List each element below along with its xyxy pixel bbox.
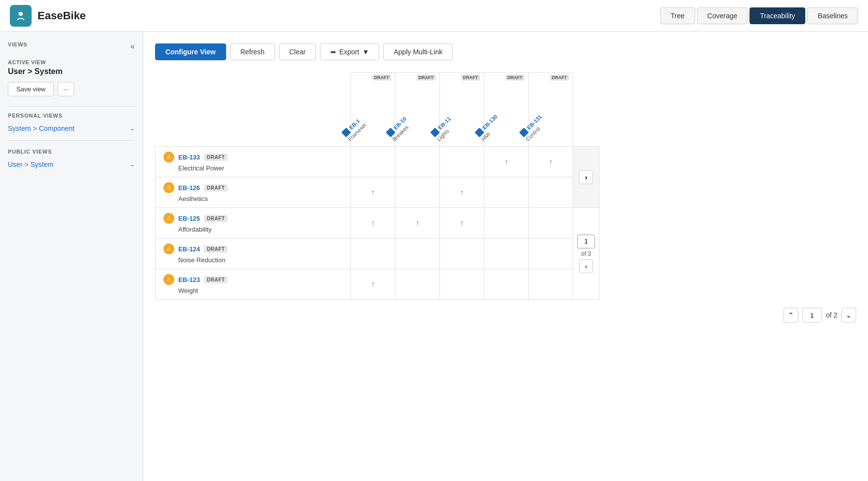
link-arrow-icon[interactable]: ↑	[549, 158, 553, 166]
cell-eb126-eb10	[395, 177, 440, 208]
cell-eb123-eb130	[484, 269, 529, 300]
cell-eb125-eb11[interactable]: ↑	[440, 208, 484, 239]
cell-eb133-eb1	[351, 147, 395, 177]
row-id-eb125[interactable]: EB-125	[178, 215, 200, 222]
save-view-button[interactable]: Save view	[8, 82, 54, 96]
configure-view-button[interactable]: Configure View	[155, 43, 226, 60]
cell-eb125-eb130	[484, 208, 529, 239]
row-id-eb123[interactable]: EB-123	[178, 276, 200, 283]
cell-eb133-eb11	[440, 147, 484, 177]
row-id-eb133[interactable]: EB-133	[178, 154, 200, 161]
cell-eb125-eb10[interactable]: ↑	[395, 208, 440, 239]
main-content: Configure View Refresh Clear ➦ Export ▼ …	[143, 32, 868, 481]
cell-eb125-eb1[interactable]: ↑	[351, 208, 395, 239]
cell-eb123-eb131	[529, 269, 573, 300]
collapse-button[interactable]: «	[130, 42, 135, 51]
nav-traceability[interactable]: Traceability	[750, 7, 805, 24]
svg-point-2	[18, 12, 20, 13]
row-name-eb124: Noise Reduction	[163, 256, 343, 264]
pagination-next-btn[interactable]: ⌄	[841, 308, 856, 322]
row-id-eb124[interactable]: EB-124	[178, 245, 200, 253]
page-indicator-col: of 3 ‹	[573, 208, 599, 300]
row-header-spacer	[156, 73, 351, 147]
refresh-button[interactable]: Refresh	[230, 43, 275, 60]
export-icon: ➦	[330, 48, 336, 56]
personal-view-system-component[interactable]: System > Component ⌄	[8, 122, 135, 134]
col-draft-badge-eb131: DRAFT	[550, 75, 569, 80]
row-badge-eb125: DRAFT	[204, 215, 228, 222]
more-options-button[interactable]: ···	[58, 82, 74, 96]
nav-tree[interactable]: Tree	[660, 7, 695, 24]
row-badge-eb124: DRAFT	[204, 245, 228, 253]
public-view-user-system[interactable]: User > System ⌄	[8, 159, 135, 170]
sidebar: VIEWS « ACTIVE VIEW User > System Save v…	[0, 32, 143, 481]
row-badge-eb126: DRAFT	[204, 184, 228, 192]
cell-eb123-eb1[interactable]: ↑	[351, 269, 395, 300]
row-icon-eb125: ⚠	[163, 213, 174, 224]
chevron-down-icon: ⌄	[130, 161, 135, 168]
row-name-eb133: Electrical Power	[163, 164, 343, 172]
row-icon-eb133: ⚠	[163, 152, 174, 162]
row-header-eb124: ⚠ EB-124 DRAFT Noise Reduction	[156, 239, 351, 269]
app-header: EaseBike	[10, 5, 86, 27]
cell-eb124-eb130	[484, 239, 529, 269]
cell-eb125-eb131	[529, 208, 573, 239]
export-button[interactable]: ➦ Export ▼	[320, 43, 379, 60]
row-badge-eb133: DRAFT	[204, 154, 228, 161]
nav-coverage[interactable]: Coverage	[697, 7, 748, 24]
cell-eb126-eb130	[484, 177, 529, 208]
cell-eb126-eb11[interactable]: ↑	[440, 177, 484, 208]
chevron-down-icon: ⌄	[130, 125, 135, 132]
bottom-pagination: ⌃ of 2 ⌄	[155, 300, 856, 322]
toolbar: Configure View Refresh Clear ➦ Export ▼ …	[155, 43, 856, 60]
export-dropdown-icon: ▼	[362, 48, 369, 56]
pagination-col-spacer	[573, 73, 599, 147]
table-row: ⚠ EB-133 DRAFT Electrical Power ↑ ↑	[156, 147, 599, 177]
col-draft-badge-eb10: DRAFT	[417, 75, 436, 80]
of-label: of 2	[826, 311, 837, 319]
link-arrow-icon[interactable]: ↑	[460, 219, 464, 227]
cell-eb123-eb10	[395, 269, 440, 300]
cell-eb126-eb1[interactable]: ↑	[351, 177, 395, 208]
active-view-label: ACTIVE VIEW	[8, 59, 135, 65]
cell-eb126-eb131	[529, 177, 573, 208]
col-draft-badge-eb11: DRAFT	[461, 75, 480, 80]
link-arrow-icon[interactable]: ↑	[416, 219, 420, 227]
row-header-eb126: ⚠ EB-126 DRAFT Aesthetics	[156, 177, 351, 208]
pagination-prev-col-btn[interactable]: ‹	[579, 259, 593, 273]
link-arrow-icon[interactable]: ↑	[505, 158, 509, 166]
col-page-input[interactable]	[577, 235, 595, 248]
matrix-table: DRAFT EB-1 Frameset DRAFT	[155, 72, 599, 300]
row-id-eb126[interactable]: EB-126	[178, 184, 200, 192]
cell-eb124-eb1	[351, 239, 395, 269]
col-of-label: of 3	[581, 250, 591, 257]
link-arrow-icon[interactable]: ↑	[460, 188, 464, 197]
clear-button[interactable]: Clear	[279, 43, 316, 60]
table-row: ⚠ EB-126 DRAFT Aesthetics ↑ ↑	[156, 177, 599, 208]
row-badge-eb123: DRAFT	[204, 276, 228, 283]
cell-eb133-eb130[interactable]: ↑	[484, 147, 529, 177]
row-header-eb133: ⚠ EB-133 DRAFT Electrical Power	[156, 147, 351, 177]
link-arrow-icon[interactable]: ↑	[371, 219, 375, 227]
row-header-eb125: ⚠ EB-125 DRAFT Affordability	[156, 208, 351, 239]
app-logo	[10, 5, 32, 27]
row-icon-eb126: ⚠	[163, 182, 174, 193]
cell-eb133-eb131[interactable]: ↑	[529, 147, 573, 177]
views-label: VIEWS	[8, 41, 27, 47]
col-draft-badge-eb1: DRAFT	[372, 75, 392, 80]
row-name-eb123: Weight	[163, 287, 343, 294]
row-header-eb123: ⚠ EB-123 DRAFT Weight	[156, 269, 351, 300]
cell-eb133-eb10	[395, 147, 440, 177]
pagination-next[interactable]: ›	[573, 147, 599, 208]
cell-eb124-eb10	[395, 239, 440, 269]
page-input[interactable]	[802, 308, 822, 322]
link-arrow-icon[interactable]: ↑	[371, 188, 375, 197]
personal-views-label: PERSONAL VIEWS	[8, 113, 135, 119]
pagination-prev-btn[interactable]: ⌃	[784, 308, 798, 322]
col-header-eb131: DRAFT EB-131 Control	[529, 73, 573, 147]
apply-multi-link-button[interactable]: Apply Multi-Link	[383, 43, 453, 60]
nav-baselines[interactable]: Baselines	[807, 7, 858, 24]
pagination-next-btn[interactable]: ›	[579, 170, 593, 184]
app-title: EaseBike	[38, 9, 86, 22]
link-arrow-icon[interactable]: ↑	[371, 280, 375, 288]
